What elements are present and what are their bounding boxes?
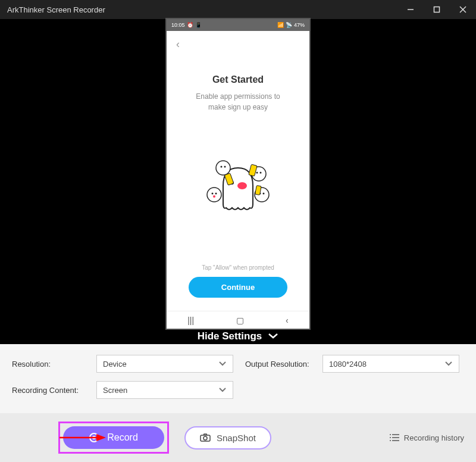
ghost-illustration <box>176 118 300 264</box>
close-button[interactable] <box>450 0 476 19</box>
action-bar: Record SnapShot Recording history <box>0 413 476 462</box>
svg-point-7 <box>212 192 214 194</box>
svg-point-30 <box>390 440 391 441</box>
phone-statusbar: 10:05 ⏰ 📱 📶 📡 47% <box>167 19 309 31</box>
recording-content-value: Screen <box>103 386 127 395</box>
svg-point-24 <box>203 436 207 440</box>
list-icon <box>390 433 399 442</box>
phone-hint: Tap "Allow" when prompted <box>176 264 300 271</box>
minimize-button[interactable] <box>397 0 424 19</box>
chevron-down-icon <box>268 331 278 342</box>
history-label: Recording history <box>404 433 464 442</box>
resolution-label: Resolution: <box>12 360 90 369</box>
output-resolution-group: Output Resolution: 1080*2408 <box>245 355 459 373</box>
svg-point-5 <box>237 182 247 189</box>
status-left: 10:05 ⏰ 📱 <box>171 22 202 28</box>
svg-point-28 <box>390 434 391 435</box>
svg-point-6 <box>207 188 221 202</box>
wifi-icon: 📶 <box>277 22 284 28</box>
svg-point-10 <box>216 161 230 175</box>
svg-point-18 <box>263 192 265 194</box>
svg-point-15 <box>260 171 262 173</box>
settings-row-1: Resolution: Device Output Resolution: 10… <box>12 355 464 373</box>
svg-point-9 <box>213 195 215 198</box>
record-label: Record <box>107 432 138 443</box>
snapshot-label: SnapShot <box>217 433 256 443</box>
output-resolution-value: 1080*2408 <box>329 360 367 369</box>
home-icon: ▢ <box>236 316 244 325</box>
arrow-annotation-icon <box>60 433 107 442</box>
app-window: ArkThinker Screen Recorder 10:05 ⏰ 📱 <box>0 0 476 462</box>
resolution-group: Resolution: Device <box>12 355 233 373</box>
battery-text: 47% <box>294 22 305 28</box>
signal-icon: 📡 <box>286 22 292 28</box>
preview-area: 10:05 ⏰ 📱 📶 📡 47% ‹ Get Started Enable a… <box>0 19 476 329</box>
settings-row-2: Recording Content: Screen <box>12 381 464 399</box>
phone-content: ‹ Get Started Enable app permissions to … <box>167 31 309 311</box>
hide-settings-label: Hide Settings <box>198 330 262 342</box>
recording-history-link[interactable]: Recording history <box>390 433 464 442</box>
phone-title: Get Started <box>176 74 300 85</box>
window-controls <box>397 0 476 19</box>
camera-icon <box>200 433 211 442</box>
chevron-down-icon <box>218 360 227 369</box>
output-resolution-select[interactable]: 1080*2408 <box>322 355 459 373</box>
phone-nav: ||| ▢ ‹ <box>167 311 309 329</box>
recent-apps-icon: ||| <box>187 316 194 325</box>
titlebar: ArkThinker Screen Recorder <box>0 0 476 19</box>
alarm-icon: ⏰ <box>187 22 193 28</box>
chevron-down-icon <box>218 386 227 395</box>
svg-point-14 <box>256 171 258 173</box>
titlebar-title: ArkThinker Screen Recorder <box>7 5 105 14</box>
phone-time: 10:05 <box>171 22 185 28</box>
back-icon: ‹ <box>176 38 300 51</box>
svg-point-11 <box>221 166 223 167</box>
phone-icon: 📱 <box>195 22 202 28</box>
phone-subtitle: Enable app permissions to make sign up e… <box>176 91 300 113</box>
status-right: 📶 📡 47% <box>277 22 305 28</box>
resolution-select[interactable]: Device <box>96 355 233 373</box>
svg-point-29 <box>390 437 391 438</box>
svg-rect-1 <box>434 7 440 13</box>
snapshot-button[interactable]: SnapShot <box>184 426 271 449</box>
maximize-button[interactable] <box>424 0 450 19</box>
phone-preview: 10:05 ⏰ 📱 📶 📡 47% ‹ Get Started Enable a… <box>167 19 309 329</box>
recording-content-select[interactable]: Screen <box>96 381 233 399</box>
chevron-down-icon <box>444 360 453 369</box>
back-nav-icon: ‹ <box>286 316 289 325</box>
continue-button: Continue <box>189 277 287 298</box>
svg-point-12 <box>224 166 226 167</box>
recording-content-group: Recording Content: Screen <box>12 381 233 399</box>
resolution-value: Device <box>103 360 127 369</box>
hide-settings-toggle[interactable]: Hide Settings <box>0 329 476 344</box>
svg-point-8 <box>215 192 217 194</box>
output-resolution-label: Output Resolution: <box>245 360 317 369</box>
settings-panel: Resolution: Device Output Resolution: 10… <box>0 344 476 413</box>
recording-content-label: Recording Content: <box>12 386 90 395</box>
